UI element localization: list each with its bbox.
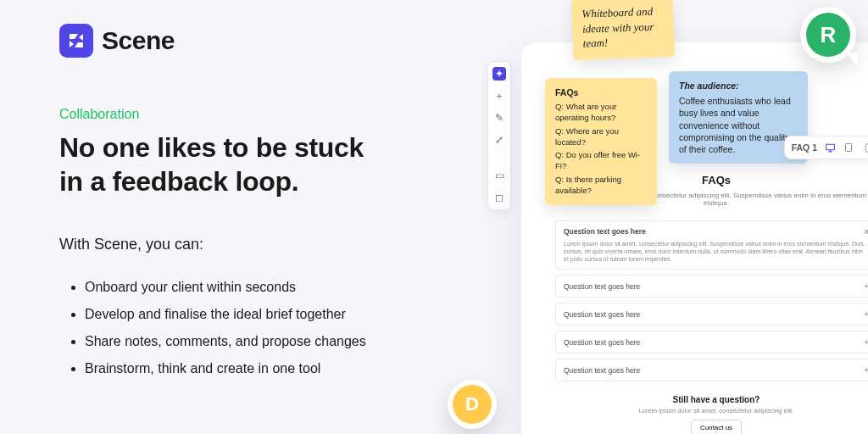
preview-area: ✦ ＋ ✎ ⤢ ▭ ◻ FAQs Lorem ipsum dolor sit a… xyxy=(487,42,868,434)
avatar-initial: D xyxy=(453,385,492,424)
contact-button[interactable]: Contact us xyxy=(691,420,742,434)
device-label: FAQ 1 xyxy=(792,142,817,153)
faq-question: Question text goes here xyxy=(564,338,640,347)
faq-item[interactable]: Question text goes here + xyxy=(555,359,868,381)
expand-icon[interactable]: + xyxy=(864,281,868,291)
expand-icon[interactable]: + xyxy=(864,337,868,347)
tablet-icon[interactable] xyxy=(843,142,854,153)
feature-item: Share notes, comments, and propose chang… xyxy=(85,328,449,355)
canvas-toolbar: ✦ ＋ ✎ ⤢ ▭ ◻ xyxy=(487,61,511,210)
faq-question: Question text goes here xyxy=(564,282,640,291)
cta-title: Still have a question? xyxy=(555,395,868,404)
feature-item: Brainstorm, think and create in one tool xyxy=(85,355,449,382)
desktop-icon[interactable] xyxy=(824,142,836,153)
eyebrow-label: Collaboration xyxy=(59,107,449,122)
feature-item: Onboard your client within seconds xyxy=(85,274,449,301)
faq-item[interactable]: Question text goes here + xyxy=(555,275,868,298)
svg-rect-0 xyxy=(826,144,834,150)
sticky-faq-question: Q: Where are you located? xyxy=(555,126,647,148)
brand-lockup: Scene xyxy=(59,24,449,58)
cta-blurb: Lorem ipsum dolor sit amet, consectetur … xyxy=(555,407,868,415)
faq-cta: Still have a question? Lorem ipsum dolor… xyxy=(555,395,868,434)
mobile-icon[interactable] xyxy=(861,142,868,153)
expand-icon[interactable]: + xyxy=(864,309,868,319)
hero-lede: With Scene, you can: xyxy=(59,236,449,253)
tool-desktop-icon[interactable]: ▭ xyxy=(492,169,506,182)
faq-item-open[interactable]: Question text goes here × Lorem ipsum do… xyxy=(555,220,868,270)
presence-avatar-d[interactable]: D xyxy=(448,380,497,429)
tool-comment-icon[interactable]: ✎ xyxy=(492,111,506,125)
faq-item[interactable]: Question text goes here + xyxy=(555,331,868,353)
sticky-faq-question: Q: Is there parking available? xyxy=(555,175,647,197)
hero-headline: No one likes to be stuck in a feedback l… xyxy=(59,131,449,198)
sticky-faq-question: Q: Do you offer free Wi-Fi? xyxy=(555,150,647,172)
feature-list: Onboard your client within seconds Devel… xyxy=(59,274,449,382)
sticky-note-handwritten[interactable]: Whiteboard and ideate with your team! xyxy=(571,0,675,60)
sticky-title: FAQs xyxy=(555,86,647,98)
hero-headline-line2: in a feedback loop. xyxy=(59,166,298,197)
presence-avatar-r[interactable]: R xyxy=(800,7,856,63)
collapse-icon[interactable]: × xyxy=(864,227,868,236)
sticky-body: Coffee enthusiasts who lead busy lives a… xyxy=(679,95,798,155)
faq-accordion: Question text goes here × Lorem ipsum do… xyxy=(555,220,868,381)
faq-question: Question text goes here xyxy=(564,366,640,375)
faq-question: Question text goes here xyxy=(564,227,646,236)
brand-wordmark: Scene xyxy=(102,26,175,55)
expand-icon[interactable]: + xyxy=(864,365,868,375)
feature-item: Develop and finalise the ideal brief tog… xyxy=(85,301,449,328)
svg-rect-1 xyxy=(846,144,852,152)
faq-answer: Lorem ipsum dolor sit amet, consectetur … xyxy=(564,240,868,263)
tool-add-icon[interactable]: ＋ xyxy=(492,89,506,103)
hero-column: Scene Collaboration No one likes to be s… xyxy=(59,24,449,382)
tool-note-icon[interactable]: ◻ xyxy=(492,191,506,204)
tool-expand-icon[interactable]: ⤢ xyxy=(492,133,506,147)
sticky-text: Whiteboard and ideate with your team! xyxy=(581,5,654,50)
sticky-note-faqs[interactable]: FAQs Q: What are your operating hours? Q… xyxy=(545,78,657,205)
device-selector: FAQ 1 xyxy=(784,136,868,159)
faq-item[interactable]: Question text goes here + xyxy=(555,303,868,326)
sticky-faq-question: Q: What are your operating hours? xyxy=(555,102,647,124)
hero-headline-line1: No one likes to be stuck xyxy=(59,132,364,163)
faq-question: Question text goes here xyxy=(564,310,640,319)
avatar-initial: R xyxy=(806,13,850,57)
scene-logo-icon xyxy=(59,24,93,58)
tool-home-icon[interactable]: ✦ xyxy=(492,67,506,81)
sticky-title: The audience: xyxy=(679,80,798,92)
